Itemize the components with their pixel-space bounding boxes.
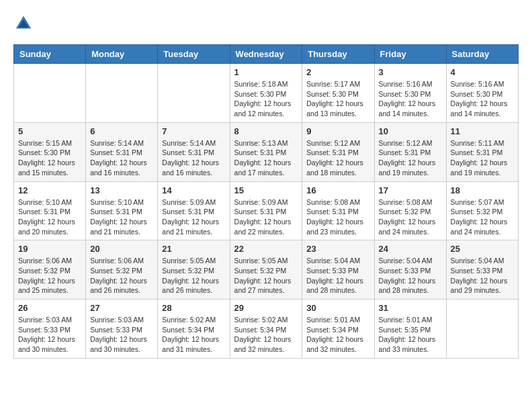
day-number: 17 (379, 185, 442, 195)
calendar-cell: 28Sunrise: 5:02 AM Sunset: 5:34 PM Dayli… (158, 300, 230, 359)
day-number: 6 (90, 126, 153, 136)
day-info: Sunrise: 5:08 AM Sunset: 5:31 PM Dayligh… (306, 197, 369, 237)
day-number: 30 (306, 303, 369, 313)
day-number: 31 (379, 303, 442, 313)
calendar-cell: 27Sunrise: 5:03 AM Sunset: 5:33 PM Dayli… (86, 300, 158, 359)
day-number: 8 (234, 126, 298, 136)
day-number: 27 (90, 303, 153, 313)
calendar-cell: 11Sunrise: 5:11 AM Sunset: 5:31 PM Dayli… (446, 122, 518, 181)
day-number: 16 (306, 185, 369, 195)
calendar-cell: 31Sunrise: 5:01 AM Sunset: 5:35 PM Dayli… (374, 300, 446, 359)
day-number: 4 (451, 67, 514, 77)
calendar-cell: 25Sunrise: 5:04 AM Sunset: 5:33 PM Dayli… (446, 240, 518, 300)
day-number: 1 (234, 67, 298, 77)
calendar-cell: 1Sunrise: 5:18 AM Sunset: 5:30 PM Daylig… (230, 64, 302, 123)
day-info: Sunrise: 5:14 AM Sunset: 5:31 PM Dayligh… (90, 138, 153, 178)
calendar-cell: 17Sunrise: 5:08 AM Sunset: 5:32 PM Dayli… (374, 181, 446, 240)
day-number: 14 (162, 185, 225, 195)
day-number: 12 (18, 185, 81, 195)
weekday-header-monday: Monday (86, 45, 158, 64)
day-number: 25 (451, 244, 514, 254)
calendar-cell: 24Sunrise: 5:04 AM Sunset: 5:33 PM Dayli… (374, 240, 446, 300)
calendar-cell: 7Sunrise: 5:14 AM Sunset: 5:31 PM Daylig… (158, 122, 230, 181)
weekday-header-thursday: Thursday (302, 45, 374, 64)
calendar-cell: 10Sunrise: 5:12 AM Sunset: 5:31 PM Dayli… (374, 122, 446, 181)
calendar-cell: 8Sunrise: 5:13 AM Sunset: 5:31 PM Daylig… (230, 122, 302, 181)
day-info: Sunrise: 5:01 AM Sunset: 5:34 PM Dayligh… (306, 315, 369, 355)
day-info: Sunrise: 5:06 AM Sunset: 5:32 PM Dayligh… (90, 256, 153, 295)
day-info: Sunrise: 5:04 AM Sunset: 5:33 PM Dayligh… (451, 256, 514, 295)
day-info: Sunrise: 5:09 AM Sunset: 5:31 PM Dayligh… (234, 197, 298, 237)
day-info: Sunrise: 5:07 AM Sunset: 5:32 PM Dayligh… (451, 197, 514, 237)
calendar-cell: 30Sunrise: 5:01 AM Sunset: 5:34 PM Dayli… (302, 300, 374, 359)
logo (13, 13, 36, 34)
day-info: Sunrise: 5:03 AM Sunset: 5:33 PM Dayligh… (90, 315, 153, 355)
day-number: 19 (18, 244, 81, 254)
day-info: Sunrise: 5:03 AM Sunset: 5:33 PM Dayligh… (18, 315, 81, 355)
day-info: Sunrise: 5:06 AM Sunset: 5:32 PM Dayligh… (18, 256, 81, 295)
day-number: 20 (90, 244, 153, 254)
weekday-header-wednesday: Wednesday (230, 45, 302, 64)
day-number: 15 (234, 185, 298, 195)
calendar-cell: 6Sunrise: 5:14 AM Sunset: 5:31 PM Daylig… (86, 122, 158, 181)
day-number: 3 (379, 67, 442, 77)
day-info: Sunrise: 5:04 AM Sunset: 5:33 PM Dayligh… (379, 256, 442, 295)
day-info: Sunrise: 5:12 AM Sunset: 5:31 PM Dayligh… (306, 138, 369, 178)
logo-icon (13, 13, 34, 34)
week-row-3: 12Sunrise: 5:10 AM Sunset: 5:31 PM Dayli… (14, 181, 519, 240)
day-info: Sunrise: 5:02 AM Sunset: 5:34 PM Dayligh… (162, 315, 225, 355)
calendar-cell: 5Sunrise: 5:15 AM Sunset: 5:30 PM Daylig… (14, 122, 86, 181)
day-number: 26 (18, 303, 81, 313)
day-info: Sunrise: 5:14 AM Sunset: 5:31 PM Dayligh… (162, 138, 225, 178)
day-number: 7 (162, 126, 225, 136)
calendar-cell (86, 64, 158, 123)
day-info: Sunrise: 5:05 AM Sunset: 5:32 PM Dayligh… (234, 256, 298, 295)
week-row-1: 1Sunrise: 5:18 AM Sunset: 5:30 PM Daylig… (14, 64, 519, 123)
day-number: 22 (234, 244, 298, 254)
weekday-header-row: SundayMondayTuesdayWednesdayThursdayFrid… (14, 45, 519, 64)
day-number: 13 (90, 185, 153, 195)
calendar-cell: 22Sunrise: 5:05 AM Sunset: 5:32 PM Dayli… (230, 240, 302, 300)
calendar-cell: 2Sunrise: 5:17 AM Sunset: 5:30 PM Daylig… (302, 64, 374, 123)
day-info: Sunrise: 5:01 AM Sunset: 5:35 PM Dayligh… (379, 315, 442, 355)
day-info: Sunrise: 5:16 AM Sunset: 5:30 PM Dayligh… (379, 79, 442, 119)
calendar-cell: 21Sunrise: 5:05 AM Sunset: 5:32 PM Dayli… (158, 240, 230, 300)
day-info: Sunrise: 5:15 AM Sunset: 5:30 PM Dayligh… (18, 138, 81, 178)
calendar-cell: 23Sunrise: 5:04 AM Sunset: 5:33 PM Dayli… (302, 240, 374, 300)
calendar-cell (14, 64, 86, 123)
week-row-5: 26Sunrise: 5:03 AM Sunset: 5:33 PM Dayli… (14, 300, 519, 359)
calendar-cell: 19Sunrise: 5:06 AM Sunset: 5:32 PM Dayli… (14, 240, 86, 300)
day-number: 18 (451, 185, 514, 195)
day-info: Sunrise: 5:12 AM Sunset: 5:31 PM Dayligh… (379, 138, 442, 178)
day-info: Sunrise: 5:04 AM Sunset: 5:33 PM Dayligh… (306, 256, 369, 295)
calendar-cell: 26Sunrise: 5:03 AM Sunset: 5:33 PM Dayli… (14, 300, 86, 359)
day-number: 24 (379, 244, 442, 254)
day-info: Sunrise: 5:05 AM Sunset: 5:32 PM Dayligh… (162, 256, 225, 295)
weekday-header-tuesday: Tuesday (158, 45, 230, 64)
calendar-cell: 12Sunrise: 5:10 AM Sunset: 5:31 PM Dayli… (14, 181, 86, 240)
day-number: 5 (18, 126, 81, 136)
calendar-cell: 14Sunrise: 5:09 AM Sunset: 5:31 PM Dayli… (158, 181, 230, 240)
week-row-2: 5Sunrise: 5:15 AM Sunset: 5:30 PM Daylig… (14, 122, 519, 181)
calendar-cell (446, 300, 518, 359)
weekday-header-friday: Friday (374, 45, 446, 64)
day-info: Sunrise: 5:11 AM Sunset: 5:31 PM Dayligh… (451, 138, 514, 178)
header (13, 13, 519, 34)
calendar-cell: 4Sunrise: 5:16 AM Sunset: 5:30 PM Daylig… (446, 64, 518, 123)
day-info: Sunrise: 5:09 AM Sunset: 5:31 PM Dayligh… (162, 197, 225, 237)
day-number: 28 (162, 303, 225, 313)
day-number: 9 (306, 126, 369, 136)
day-number: 21 (162, 244, 225, 254)
calendar-cell: 3Sunrise: 5:16 AM Sunset: 5:30 PM Daylig… (374, 64, 446, 123)
calendar-cell (158, 64, 230, 123)
day-number: 23 (306, 244, 369, 254)
week-row-4: 19Sunrise: 5:06 AM Sunset: 5:32 PM Dayli… (14, 240, 519, 300)
day-info: Sunrise: 5:13 AM Sunset: 5:31 PM Dayligh… (234, 138, 298, 178)
weekday-header-saturday: Saturday (446, 45, 518, 64)
day-number: 11 (451, 126, 514, 136)
day-number: 10 (379, 126, 442, 136)
day-info: Sunrise: 5:10 AM Sunset: 5:31 PM Dayligh… (90, 197, 153, 237)
calendar-cell: 29Sunrise: 5:02 AM Sunset: 5:34 PM Dayli… (230, 300, 302, 359)
weekday-header-sunday: Sunday (14, 45, 86, 64)
calendar-cell: 18Sunrise: 5:07 AM Sunset: 5:32 PM Dayli… (446, 181, 518, 240)
